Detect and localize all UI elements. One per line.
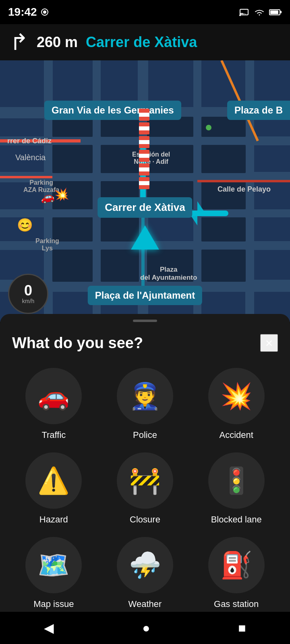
valencia-label: València (8, 149, 53, 166)
green-marker (206, 125, 211, 130)
sheet-title: What do you see? (12, 334, 143, 352)
map-area: Gran Via de les Germanies Plaza de B rre… (0, 60, 290, 322)
svg-rect-38 (201, 250, 246, 282)
gran-via-label: Gran Via de les Germanies (44, 101, 181, 120)
option-label-closure: Closure (130, 514, 160, 525)
option-label-map-issue: Map issue (33, 599, 74, 609)
option-police[interactable]: 👮Police (104, 368, 187, 440)
back-button[interactable]: ◀ (44, 620, 54, 636)
turn-arrow-icon: ↱ (10, 31, 29, 54)
option-icon-police: 👮 (117, 368, 173, 424)
option-traffic[interactable]: 🚗Traffic (12, 368, 95, 440)
bottom-navigation: ◀ ● ■ (0, 612, 290, 644)
cadiz-label: rrer de Cádiz (0, 133, 59, 149)
svg-rect-5 (270, 10, 278, 14)
option-label-weather: Weather (128, 599, 162, 609)
status-bar: 19:42 (0, 0, 290, 24)
placa-ajuntament-label: Plaça de l'Ajuntament (88, 286, 202, 305)
svg-point-1 (43, 10, 46, 14)
option-icon-gas-station: ⛽ (208, 537, 265, 593)
close-button[interactable]: × (260, 334, 278, 352)
option-blocked-lane[interactable]: 🚦Blocked lane (195, 452, 278, 525)
option-icon-traffic: 🚗 (25, 368, 82, 424)
svg-rect-27 (201, 145, 246, 173)
svg-rect-24 (52, 145, 93, 173)
nav-street: Carrer de Xàtiva (86, 34, 197, 51)
home-button[interactable]: ● (142, 621, 150, 636)
option-label-police: Police (133, 430, 157, 440)
nav-distance: 260 m (37, 34, 78, 51)
brightness-icon (40, 8, 49, 17)
option-label-traffic: Traffic (41, 430, 66, 440)
status-icons (238, 8, 282, 17)
options-grid: 🚗Traffic👮Police💥Accident⚠️Hazard🚧Closure… (12, 368, 278, 609)
option-accident[interactable]: 💥Accident (195, 368, 278, 440)
wifi-icon (254, 8, 265, 17)
map-position-arrow (131, 225, 159, 250)
road-stripe-marker (139, 109, 149, 221)
waze-character: 😊 (17, 217, 33, 233)
pelayo-label: Calle de Pelayo (210, 181, 278, 198)
speedometer: 0 km/h (8, 274, 48, 314)
option-label-accident: Accident (219, 430, 253, 440)
sheet-header: What do you see? × (12, 334, 278, 352)
svg-rect-6 (280, 11, 282, 13)
option-map-issue[interactable]: 🗺️Map issue (12, 537, 95, 609)
option-icon-closure: 🚧 (117, 452, 173, 509)
option-icon-weather: ⛈️ (117, 537, 173, 593)
speed-unit: km/h (22, 298, 34, 304)
option-weather[interactable]: ⛈️Weather (104, 537, 187, 609)
cast-icon (238, 8, 250, 17)
time-display: 19:42 (8, 6, 37, 19)
option-icon-map-issue: 🗺️ (25, 537, 82, 593)
option-gas-station[interactable]: ⛽Gas station (195, 537, 278, 609)
status-time-container: 19:42 (8, 6, 49, 19)
plaza-b-label: Plaza de B (227, 101, 290, 120)
option-icon-blocked-lane: 🚦 (208, 452, 265, 509)
option-closure[interactable]: 🚧Closure (104, 452, 187, 525)
bottom-sheet: What do you see? × 🚗Traffic👮Police💥Accid… (0, 314, 290, 612)
navigation-bar: ↱ 260 m Carrer de Xàtiva (0, 24, 290, 60)
battery-icon (269, 8, 282, 17)
option-hazard[interactable]: ⚠️Hazard (12, 452, 95, 525)
plaza-ayuntamiento-label: Plazadel Ayuntamiento (133, 262, 204, 286)
speed-value: 0 (24, 283, 32, 298)
option-label-blocked-lane: Blocked lane (211, 514, 262, 525)
recent-button[interactable]: ■ (238, 621, 246, 636)
svg-rect-34 (201, 217, 246, 242)
parking-lys-label: ParkingLys (28, 233, 66, 256)
sheet-handle (133, 320, 157, 322)
option-label-hazard: Hazard (39, 514, 68, 525)
option-label-gas-station: Gas station (214, 599, 259, 609)
estacion-label: Estación delNorte · Adif (125, 147, 177, 169)
option-icon-accident: 💥 (208, 368, 265, 424)
svg-point-3 (239, 14, 241, 16)
option-icon-hazard: ⚠️ (25, 452, 82, 509)
